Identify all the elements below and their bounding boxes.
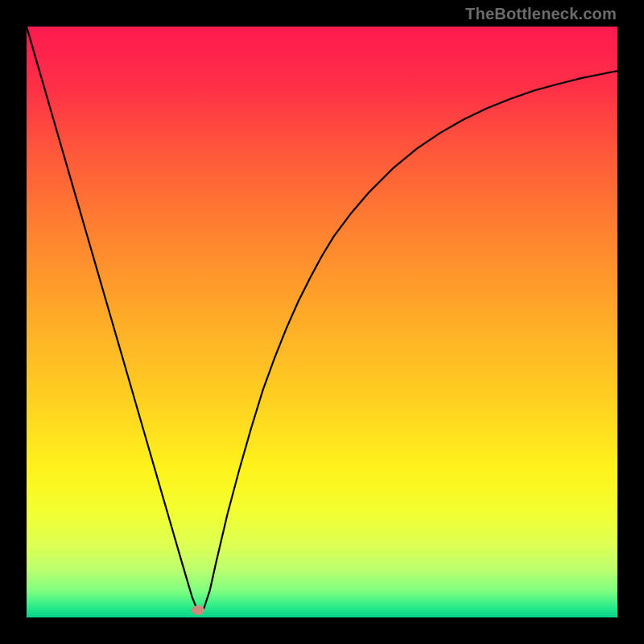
plot-area: [27, 27, 617, 617]
chart-frame: TheBottleneck.com: [0, 0, 644, 644]
watermark-text: TheBottleneck.com: [465, 5, 617, 23]
optimum-marker: [192, 605, 204, 615]
bottleneck-curve: [27, 27, 617, 617]
